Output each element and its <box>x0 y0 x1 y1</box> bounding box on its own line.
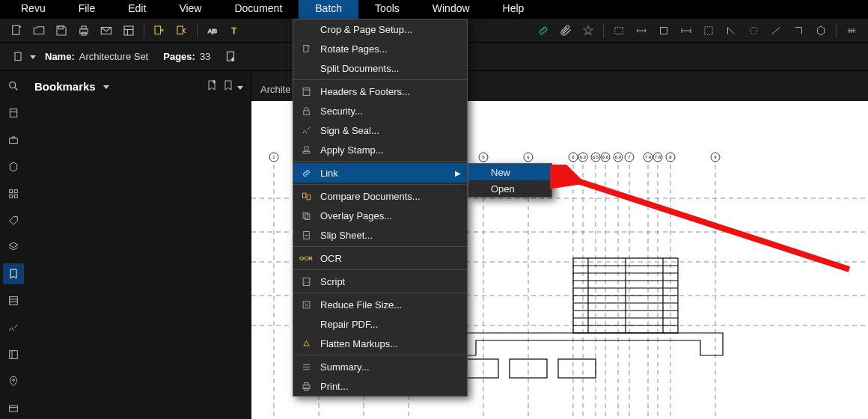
svg-rect-34 <box>14 189 17 192</box>
bookmarks-icon[interactable] <box>3 263 24 284</box>
ab-text-icon[interactable]: A|B <box>202 20 223 41</box>
svg-text:6: 6 <box>527 155 530 159</box>
menu-reduce-file-size[interactable]: Reduce File Size... <box>293 295 467 314</box>
menu-flatten-markups[interactable]: Flatten Markups... <box>293 334 467 353</box>
tag-icon[interactable] <box>3 210 24 231</box>
menu-overlay-pages[interactable]: Overlay Pages... <box>293 206 467 225</box>
menu-crop-page-setup[interactable]: Crop & Page Setup... <box>293 19 467 39</box>
svg-rect-132 <box>305 382 308 385</box>
svg-rect-120 <box>303 151 310 153</box>
menu-apply-stamp[interactable]: Apply Stamp... <box>293 140 467 159</box>
open-icon[interactable] <box>28 20 49 41</box>
svg-text:+: + <box>231 57 234 62</box>
menu-split-documents[interactable]: Split Documents... <box>293 58 467 78</box>
dim-8-icon[interactable] <box>765 20 786 41</box>
menu-tools[interactable]: Tools <box>358 0 416 19</box>
menu-script[interactable]: Script <box>293 272 467 291</box>
link-icon[interactable] <box>533 20 554 41</box>
bookmarks-panel: Bookmarks + <box>27 71 251 419</box>
menu-summary[interactable]: Summary... <box>293 357 467 376</box>
menu-batch[interactable]: Batch <box>299 0 358 19</box>
svg-rect-36 <box>14 195 17 198</box>
cube-icon[interactable] <box>3 156 24 177</box>
menu-headers-footers[interactable]: Headers & Footers... <box>293 82 467 101</box>
attach-icon[interactable] <box>555 20 576 41</box>
svg-line-29 <box>15 88 17 90</box>
svg-text:5: 5 <box>482 155 485 159</box>
svg-text:7: 7 <box>628 155 631 159</box>
dim-2-icon[interactable] <box>631 20 652 41</box>
dim-4-icon[interactable] <box>676 20 697 41</box>
svg-rect-40 <box>10 351 18 359</box>
toolbox-icon[interactable] <box>3 129 24 150</box>
places-icon[interactable] <box>3 371 24 392</box>
submenu-arrow-icon: ▶ <box>455 169 461 177</box>
menu-document[interactable]: Document <box>218 0 299 19</box>
svg-text:6.2: 6.2 <box>580 155 587 159</box>
star-icon[interactable] <box>578 20 599 41</box>
menu-file[interactable]: File <box>62 0 112 19</box>
studio-icon[interactable] <box>3 398 24 419</box>
menu-sign-seal[interactable]: Sign & Seal... <box>293 120 467 140</box>
bookmark-action-icon[interactable] <box>222 79 243 94</box>
document-tab[interactable]: Archite <box>260 78 290 101</box>
menu-rotate-pages[interactable]: Rotate Pages... <box>293 39 467 58</box>
thumbs-icon[interactable] <box>3 103 24 123</box>
svg-point-20 <box>751 27 757 34</box>
signature-icon[interactable] <box>3 317 24 338</box>
dim-3-icon[interactable] <box>653 20 674 41</box>
menu-slip-sheet[interactable]: Slip Sheet... <box>293 225 467 245</box>
submenu-new[interactable]: New <box>468 164 551 180</box>
svg-rect-6 <box>124 26 133 35</box>
dim-11-icon[interactable] <box>841 20 862 41</box>
svg-rect-0 <box>13 25 19 34</box>
left-icon-rail <box>0 71 27 419</box>
forms-icon[interactable] <box>3 290 24 311</box>
sets-add-icon[interactable] <box>149 20 170 41</box>
svg-rect-121 <box>302 193 305 198</box>
email-icon[interactable] <box>96 20 117 41</box>
panel-dropdown-icon[interactable] <box>100 80 109 93</box>
svg-text:8: 8 <box>669 155 672 159</box>
svg-rect-30 <box>10 109 16 117</box>
add-bookmark-icon[interactable]: + <box>206 79 218 94</box>
layout-icon[interactable] <box>118 20 139 41</box>
properties-icon[interactable] <box>3 344 24 365</box>
search-icon[interactable] <box>3 76 24 97</box>
menu-ocr[interactable]: OCROCR <box>293 248 467 268</box>
svg-rect-15 <box>661 27 667 34</box>
svg-point-42 <box>13 379 15 382</box>
menu-compare-documents[interactable]: Compare Documents... <box>293 186 467 206</box>
add-page-icon[interactable]: + <box>219 47 242 67</box>
dim-7-icon[interactable] <box>743 20 764 41</box>
menu-revu[interactable]: Revu <box>4 0 62 19</box>
menu-link[interactable]: Link▶ <box>293 163 467 183</box>
svg-rect-131 <box>303 385 310 388</box>
layers-icon[interactable] <box>3 237 24 258</box>
svg-rect-126 <box>303 278 310 285</box>
menu-view[interactable]: View <box>162 0 218 19</box>
svg-text:7.4: 7.4 <box>645 155 652 159</box>
save-icon[interactable] <box>51 20 72 41</box>
menu-print-batch[interactable]: Print... <box>293 376 467 396</box>
menu-edit[interactable]: Edit <box>111 0 162 19</box>
grid-icon[interactable] <box>3 183 24 204</box>
pages-value: 33 <box>200 51 210 62</box>
menu-repair-pdf[interactable]: Repair PDF... <box>293 314 467 334</box>
dim-9-icon[interactable] <box>788 20 809 41</box>
dim-10-icon[interactable] <box>810 20 831 41</box>
dim-6-icon[interactable] <box>721 20 742 41</box>
sets-export-icon[interactable] <box>171 20 192 41</box>
dim-5-icon[interactable] <box>698 20 719 41</box>
svg-rect-113 <box>510 359 547 378</box>
dim-1-icon[interactable] <box>608 20 629 41</box>
svg-rect-13 <box>615 27 623 34</box>
print-icon[interactable] <box>73 20 94 41</box>
menu-help[interactable]: Help <box>486 0 541 19</box>
doc-dropdown[interactable] <box>7 48 40 66</box>
teal-t-icon[interactable]: T <box>224 20 245 41</box>
menu-security[interactable]: Security... <box>293 101 467 120</box>
submenu-open[interactable]: Open <box>468 180 551 197</box>
menu-window[interactable]: Window <box>416 0 486 19</box>
new-doc-icon[interactable] <box>6 20 27 41</box>
